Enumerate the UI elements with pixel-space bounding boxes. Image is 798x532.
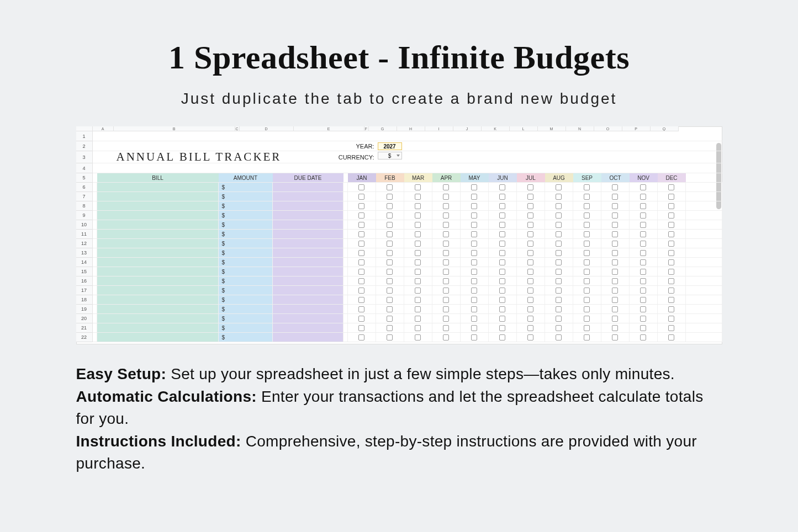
cell-month[interactable] [658, 295, 686, 304]
checkbox[interactable] [584, 203, 590, 209]
col-header[interactable]: H [397, 126, 425, 131]
cell-month[interactable] [461, 192, 489, 201]
checkbox[interactable] [358, 269, 364, 275]
cell-month[interactable] [461, 239, 489, 248]
checkbox[interactable] [499, 334, 505, 341]
cell-month[interactable] [517, 323, 545, 332]
checkbox[interactable] [471, 259, 477, 265]
checkbox[interactable] [443, 250, 449, 256]
cell-month[interactable] [517, 267, 545, 276]
checkbox[interactable] [443, 231, 449, 237]
checkbox[interactable] [527, 259, 533, 265]
cell-amount[interactable]: $ [219, 220, 273, 229]
checkbox[interactable] [387, 259, 393, 265]
checkbox[interactable] [668, 334, 674, 341]
cell-month[interactable] [432, 248, 461, 257]
checkbox[interactable] [499, 194, 505, 200]
checkbox[interactable] [640, 250, 646, 256]
checkbox[interactable] [640, 184, 646, 190]
checkbox[interactable] [415, 325, 421, 331]
checkbox[interactable] [443, 194, 449, 200]
col-header[interactable]: F [364, 126, 369, 131]
cell-due[interactable] [273, 305, 343, 313]
cell-month[interactable] [461, 276, 489, 285]
checkbox[interactable] [584, 250, 590, 256]
cell-month[interactable] [545, 239, 573, 248]
checkbox[interactable] [612, 203, 618, 209]
cell-month[interactable] [630, 201, 658, 210]
cell-month[interactable] [573, 230, 601, 238]
checkbox[interactable] [584, 184, 590, 190]
checkbox[interactable] [640, 325, 646, 331]
checkbox[interactable] [387, 250, 393, 256]
cell-due[interactable] [273, 295, 343, 304]
cell-month[interactable] [461, 267, 489, 276]
checkbox[interactable] [556, 259, 562, 265]
row-number[interactable]: 4 [76, 163, 93, 173]
checkbox[interactable] [358, 278, 364, 284]
checkbox[interactable] [471, 212, 477, 219]
checkbox[interactable] [415, 259, 421, 265]
checkbox[interactable] [612, 184, 618, 190]
cell-month[interactable] [376, 258, 404, 267]
checkbox[interactable] [471, 288, 477, 294]
checkbox[interactable] [415, 250, 421, 256]
cell-due[interactable] [273, 258, 343, 267]
cell-month[interactable] [404, 211, 432, 220]
cell-month[interactable] [545, 201, 573, 210]
col-header[interactable]: O [594, 126, 622, 131]
col-header[interactable]: A [93, 126, 114, 131]
checkbox[interactable] [471, 306, 477, 312]
cell-month[interactable] [545, 286, 573, 295]
cell-amount[interactable]: $ [219, 323, 273, 332]
cell-bill[interactable] [97, 314, 219, 323]
checkbox[interactable] [640, 278, 646, 284]
checkbox[interactable] [612, 334, 618, 341]
checkbox[interactable] [499, 259, 505, 265]
cell-month[interactable] [658, 211, 686, 220]
row-number[interactable]: 10 [76, 220, 93, 230]
checkbox[interactable] [443, 259, 449, 265]
checkbox[interactable] [612, 259, 618, 265]
checkbox[interactable] [640, 241, 646, 247]
cell-month[interactable] [658, 230, 686, 238]
checkbox[interactable] [556, 325, 562, 331]
cell-month[interactable] [461, 248, 489, 257]
row-number[interactable]: 19 [76, 305, 93, 314]
cell-month[interactable] [404, 230, 432, 238]
checkbox[interactable] [499, 278, 505, 284]
cell-month[interactable] [348, 183, 376, 191]
checkbox[interactable] [612, 241, 618, 247]
col-header[interactable]: D [240, 126, 294, 131]
col-header[interactable]: C [235, 126, 240, 131]
cell-month[interactable] [658, 183, 686, 191]
col-header[interactable]: N [566, 126, 594, 131]
checkbox[interactable] [668, 241, 674, 247]
cell-month[interactable] [658, 314, 686, 323]
cell-bill[interactable] [97, 183, 219, 191]
cell-month[interactable] [630, 220, 658, 229]
cell-month[interactable] [601, 192, 630, 201]
checkbox[interactable] [612, 288, 618, 294]
cell-month[interactable] [348, 248, 376, 257]
cell-month[interactable] [573, 295, 601, 304]
col-header[interactable]: K [482, 126, 510, 131]
col-header[interactable]: P [622, 126, 651, 131]
cell-month[interactable] [432, 239, 461, 248]
checkbox[interactable] [612, 250, 618, 256]
cell-month[interactable] [432, 258, 461, 267]
cell-due[interactable] [273, 248, 343, 257]
cell-month[interactable] [461, 258, 489, 267]
checkbox[interactable] [527, 288, 533, 294]
cell-month[interactable] [489, 286, 517, 295]
cell-month[interactable] [517, 230, 545, 238]
cell-month[interactable] [573, 276, 601, 285]
checkbox[interactable] [415, 288, 421, 294]
checkbox[interactable] [556, 212, 562, 219]
cell-month[interactable] [489, 220, 517, 229]
cell-month[interactable] [348, 323, 376, 332]
cell-month[interactable] [489, 230, 517, 238]
row-number[interactable]: 9 [76, 211, 93, 220]
cell-month[interactable] [630, 305, 658, 313]
cell-month[interactable] [404, 239, 432, 248]
